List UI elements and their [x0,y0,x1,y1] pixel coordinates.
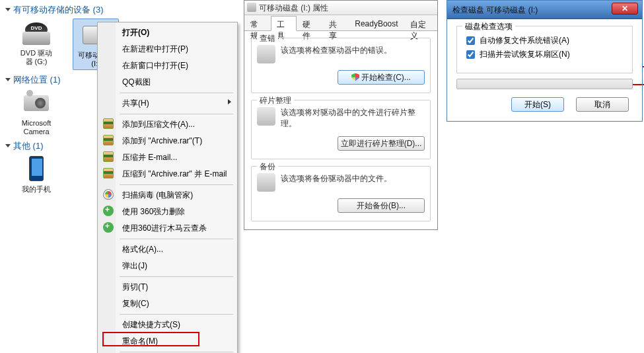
drive-dvd[interactable]: DVD 驱动器 (G:) [13,19,59,70]
tab-custom[interactable]: 自定义 [404,16,437,31]
scan-bad-checkbox[interactable] [466,50,475,59]
device-label: 我的手机 [13,185,59,194]
menu-eject[interactable]: 弹出(J) [100,258,235,274]
menu-open[interactable]: 打开(O) [100,24,235,41]
dialog-title: 检查磁盘 可移动磁盘 (I:) ✕ [447,1,642,19]
uac-shield-icon [351,73,359,81]
menu-open-new-window[interactable]: 在新窗口中打开(E) [100,58,235,74]
menu-format[interactable]: 格式化(A)... [100,241,235,258]
menu-compress-email[interactable]: 压缩并 E-mail... [100,149,235,166]
menu-scan-virus[interactable]: 扫描病毒 (电脑管家) [100,187,235,204]
menu-copy[interactable]: 复制(C) [100,295,235,312]
group-check-options: 磁盘检查选项 自动修复文件系统错误(A) 扫描并尝试恢复坏扇区(N) [456,26,633,73]
collapse-arrow-icon [5,78,11,81]
menu-create-shortcut[interactable]: 创建快捷方式(S) [100,317,235,333]
menu-share[interactable]: 共享(H) [100,95,235,112]
backup-icon [257,173,275,192]
group-defrag: 碎片整理 该选项将对驱动器中的文件进行碎片整理。 立即进行碎片整理(D)... [251,100,431,159]
start-button[interactable]: 开始(S) [511,97,564,112]
group-legend: 磁盘检查选项 [462,21,515,32]
360-icon [103,222,114,233]
menu-cut[interactable]: 剪切(T) [100,279,235,295]
submenu-arrow-icon [228,99,231,104]
menu-separator [120,184,233,185]
collapse-arrow-icon [5,144,11,147]
menu-open-new-process[interactable]: 在新进程中打开(P) [100,41,235,58]
group-legend: 备份 [257,161,278,173]
menu-360-force-delete[interactable]: 使用 360强力删除 [100,204,235,220]
group-desc: 该选项将备份驱动器中的文件。 [281,173,425,184]
defrag-icon [257,107,275,126]
phone-icon [20,155,53,184]
menu-compress-email-rar[interactable]: 压缩到 "Archive.rar" 并 E-mail [100,166,235,182]
option-label: 自动修复文件系统错误(A) [480,35,569,46]
group-desc: 该选项将检查驱动器中的错误。 [281,45,425,56]
tab-general[interactable]: 常规 [244,16,271,31]
camera-icon [20,89,53,118]
rar-icon [103,151,114,162]
autofix-checkbox[interactable] [466,36,475,45]
defrag-now-button[interactable]: 立即进行碎片整理(D)... [338,136,425,151]
menu-qq-capture[interactable]: QQ截图 [100,74,235,91]
shield-icon [103,189,114,200]
menu-rename[interactable]: 重命名(M) [100,333,235,350]
tab-readyboost[interactable]: ReadyBoost [349,16,404,31]
check-disk-icon [257,45,275,63]
drive-label: DVD 驱动器 (G:) [13,49,59,66]
menu-separator [120,276,233,277]
menu-separator [120,314,233,315]
tab-tools[interactable]: 工具 [271,16,297,31]
tab-hardware[interactable]: 硬件 [297,16,323,31]
menu-separator [120,114,233,114]
drive-icon [247,3,256,12]
menu-360-trojan-scan[interactable]: 使用360进行木马云查杀 [100,220,235,237]
start-check-button[interactable]: 开始检查(C)... [338,70,425,85]
properties-dialog: 可移动磁盘 (I:) 属性 常规 工具 硬件 共享 ReadyBoost 自定义… [244,0,438,230]
device-phone[interactable]: 我的手机 [13,155,59,194]
menu-separator [120,352,233,352]
tab-share[interactable]: 共享 [323,16,349,31]
360-icon [103,206,114,216]
category-removable[interactable]: 有可移动存储的设备 (3) [5,4,240,16]
rar-icon [103,168,114,178]
device-label: MicrosoftCamera [13,119,59,136]
menu-separator [120,239,233,239]
context-menu: 打开(O) 在新进程中打开(P) 在新窗口中打开(E) QQ截图 共享(H) 添… [97,22,238,353]
group-legend: 查错 [257,33,278,44]
device-camera[interactable]: MicrosoftCamera [13,89,59,136]
tab-strip: 常规 工具 硬件 共享 ReadyBoost 自定义 [244,15,437,31]
menu-add-archive-rar[interactable]: 添加到 "Archive.rar"(T) [100,133,235,149]
rar-icon [103,118,114,129]
menu-add-archive[interactable]: 添加到压缩文件(A)... [100,116,235,133]
check-disk-dialog: 检查磁盘 可移动磁盘 (I:) ✕ 磁盘检查选项 自动修复文件系统错误(A) 扫… [447,0,643,122]
group-backup: 备份 该选项将备份驱动器中的文件。 开始备份(B)... [251,166,431,221]
progress-bar [456,79,633,89]
group-check-errors: 查错 该选项将检查驱动器中的错误。 开始检查(C)... [251,38,431,93]
collapse-arrow-icon [5,8,11,11]
dialog-title: 可移动磁盘 (I:) 属性 [244,1,437,15]
close-button[interactable]: ✕ [612,3,638,15]
menu-separator [120,93,233,93]
dialog-button-row: 开始(S) 取消 [447,97,642,121]
option-autofix[interactable]: 自动修复文件系统错误(A) [464,34,626,47]
rar-icon [103,135,114,145]
option-label: 扫描并尝试恢复坏扇区(N) [480,49,570,60]
dvd-drive-icon [20,19,53,48]
group-desc: 该选项将对驱动器中的文件进行碎片整理。 [281,107,425,130]
option-scan-bad-sectors[interactable]: 扫描并尝试恢复坏扇区(N) [464,48,626,61]
cancel-button[interactable]: 取消 [576,97,629,112]
group-legend: 碎片整理 [257,95,294,106]
start-backup-button[interactable]: 开始备份(B)... [338,198,425,213]
